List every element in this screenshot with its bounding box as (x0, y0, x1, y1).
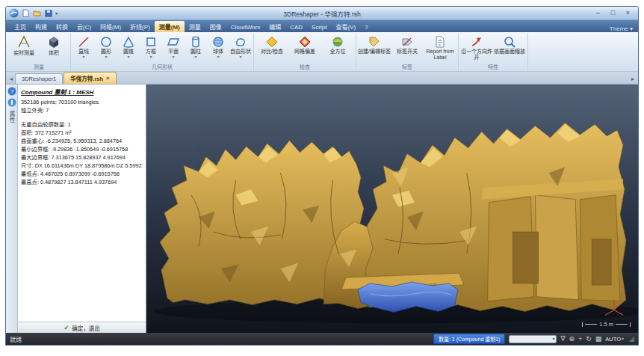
desktop-background: ▾ 3DReshaper - 华强方特.rsh – □ × 主页 构建 转换 云… (0, 0, 644, 356)
app-logo-icon[interactable] (9, 8, 19, 18)
theme-menu[interactable]: Theme ▾ (610, 25, 634, 32)
tab-close-icon[interactable]: × (106, 75, 110, 82)
ribbon-tab-bar: 主页 构建 转换 云(C) 网格(M) 折线(P) 测量(M) 测量 图像 Cl… (6, 20, 638, 32)
viewport-3d[interactable]: 1.5 m (146, 85, 638, 333)
live-measure-button[interactable]: 实时测量 (9, 33, 39, 56)
chevron-down-icon[interactable]: ▾ (217, 55, 219, 59)
volume-button[interactable]: 体积 (39, 33, 69, 56)
deviation-diamond-icon (298, 34, 312, 49)
resize-grip[interactable]: ◢ (629, 335, 634, 343)
compare-inspect-button[interactable]: 对比/检查 (256, 33, 288, 55)
chevron-down-icon: ▾ (622, 337, 624, 341)
properties-tab-vertical[interactable]: 属性 (7, 111, 16, 123)
plane-tool-button[interactable]: 平面 ▾ (162, 33, 185, 59)
chevron-down-icon[interactable]: ▾ (239, 55, 241, 59)
ribbon-tab-edit[interactable]: 编辑 (264, 21, 285, 32)
ribbon-group-labels: 创建/编辑标签 标签开关 Report from Label 标签 (356, 33, 459, 71)
create-label-button[interactable]: 创建/编辑标签 (358, 33, 391, 55)
status-ready-text: 就绪 (10, 335, 22, 343)
ribbon-tab-view[interactable]: 查看(V) (332, 21, 361, 32)
ribbon-tab-script[interactable]: Script (307, 22, 331, 32)
cylinder-tool-button[interactable]: 圆柱 ▾ (185, 33, 207, 59)
ribbon-tab-home[interactable]: 主页 (10, 21, 31, 32)
save-icon[interactable] (43, 9, 53, 18)
chevron-down-icon: ▾ (552, 337, 554, 341)
pan-icon[interactable]: + (578, 336, 582, 343)
chevron-down-icon[interactable]: ▾ (149, 55, 152, 59)
document-tab-bar: ◂ 3DReshaper1 华强方特.rsh× ▸ (6, 72, 638, 85)
minimize-button[interactable]: – (591, 8, 605, 18)
object-title: Compound 重制 1 : MESH (21, 88, 143, 96)
ribbon-tab-image[interactable]: 图像 (205, 21, 226, 32)
report-from-label-button[interactable]: Report from Label (424, 33, 456, 61)
stat-centroid: 曲面重心: -6.234925, 5.959313, 2.884764 (21, 137, 143, 145)
chevron-down-icon[interactable]: ▾ (172, 55, 174, 59)
scale-bar: 1.5 m (582, 321, 631, 328)
close-button[interactable]: × (621, 8, 635, 18)
group-label-feature: 特性 (460, 64, 526, 71)
new-file-icon[interactable] (21, 9, 31, 18)
line-tool-button[interactable]: 直线 ▾ (72, 33, 95, 59)
box-icon (144, 34, 158, 49)
rotate-icon[interactable]: ↻ (586, 336, 592, 343)
toggle-labels-button[interactable]: 标签开关 (391, 33, 424, 55)
filter-icon[interactable]: ∇ (560, 336, 565, 343)
sphere-tool-button[interactable]: 球体 ▾ (207, 33, 229, 59)
explode-direction-button[interactable]: 沿一个方向炸开 (460, 33, 493, 61)
ribbon-tab-measure[interactable]: 测量 (185, 21, 205, 32)
qat-dropdown-icon[interactable]: ▾ (55, 10, 58, 16)
ribbon-tab-mesh[interactable]: 网格(M) (96, 21, 126, 32)
tab-scroll-left-icon[interactable]: ◂ (7, 76, 15, 84)
grid-icon[interactable]: ▦ (595, 336, 602, 343)
chevron-down-icon[interactable]: ▾ (127, 55, 129, 59)
magnifier-icon (503, 34, 516, 49)
ribbon-tab-polyline[interactable]: 折线(P) (126, 21, 155, 32)
zoom-icon[interactable]: ⊕ (569, 336, 575, 343)
mesh-deviation-button[interactable]: 网格偏差 (288, 33, 321, 55)
allround-inspect-button[interactable]: 全方位 (321, 33, 354, 55)
scale-tick (582, 322, 583, 327)
window-controls: – □ × (591, 8, 635, 18)
confirm-exit-button[interactable]: ✓ 确定，退出 (18, 322, 146, 333)
view-combo-box[interactable]: ▾ (509, 335, 557, 343)
ribbon-tab-build[interactable]: 构建 (31, 21, 52, 32)
caliper-icon (16, 34, 31, 50)
ribbon-tab-measure-m[interactable]: 测量(M) (155, 21, 185, 32)
doc-tab-3dreshaper1[interactable]: 3DReshaper1 (15, 73, 63, 84)
group-label-measure: 测量 (9, 64, 69, 71)
auto-mode-button[interactable]: AUTO▾ (605, 336, 624, 343)
chevron-down-icon[interactable]: ▾ (82, 55, 84, 59)
line-icon (77, 34, 90, 49)
open-folder-icon[interactable] (32, 9, 42, 18)
group-label-labels: 标签 (358, 64, 456, 71)
maximize-button[interactable]: □ (606, 8, 620, 18)
properties-panel: Compound 重制 1 : MESH 352186 points; 7031… (18, 85, 146, 333)
ribbon-tab-cloudworx[interactable]: CloudWorx (226, 22, 264, 32)
ribbon-tab-cloud[interactable]: 云(C) (72, 21, 96, 32)
ribbon-group-feature: 沿一个方向炸开 依据画面缩放 特性 (459, 33, 528, 71)
stat-bbox-max: 最大边界框: 7.313675 15.828937 4.917694 (21, 153, 143, 162)
group-label-geometry: 几何形状 (72, 64, 252, 71)
info-sphere-icon[interactable] (7, 98, 16, 107)
cone-tool-button[interactable]: 圆锥 ▾ (117, 33, 140, 59)
help-sphere-icon[interactable]: ? (7, 87, 16, 96)
circle-tool-button[interactable]: 圆形 ▾ (95, 33, 117, 59)
plane-icon (167, 34, 180, 49)
ribbon-tab-help[interactable]: ? (360, 22, 372, 32)
tab-scroll-right-icon[interactable]: ▸ (629, 76, 637, 84)
stat-bbox-min: 最小边界框: -9.29836 -1.850649 -0.6915758 (21, 145, 143, 153)
box-tool-button[interactable]: 方框 ▾ (140, 33, 162, 59)
freeform-tool-button[interactable]: 自由形状 ▾ (229, 33, 252, 59)
doc-tab-huaqiangfangte[interactable]: 华强方特.rsh× (64, 72, 116, 84)
chevron-down-icon[interactable]: ▾ (105, 55, 107, 59)
status-bar: 就绪 数量: 1 (Compound 重制1) ▾ ∇ ⊕ + ↻ ▦ AUTO… (6, 333, 638, 345)
selection-count-badge: 数量: 1 (Compound 重制1) (433, 334, 505, 344)
ribbon-tab-cad[interactable]: CAD (285, 22, 307, 32)
ribbon-tab-transform[interactable]: 转换 (52, 21, 72, 32)
group-label-inspect: 检查 (256, 64, 354, 71)
stat-shells: 独立外壳: 7 (21, 106, 143, 114)
cube-icon (46, 34, 61, 50)
mesh-model[interactable] (146, 85, 638, 333)
chevron-down-icon[interactable]: ▾ (194, 55, 196, 59)
fit-view-button[interactable]: 依据画面缩放 (493, 33, 526, 55)
